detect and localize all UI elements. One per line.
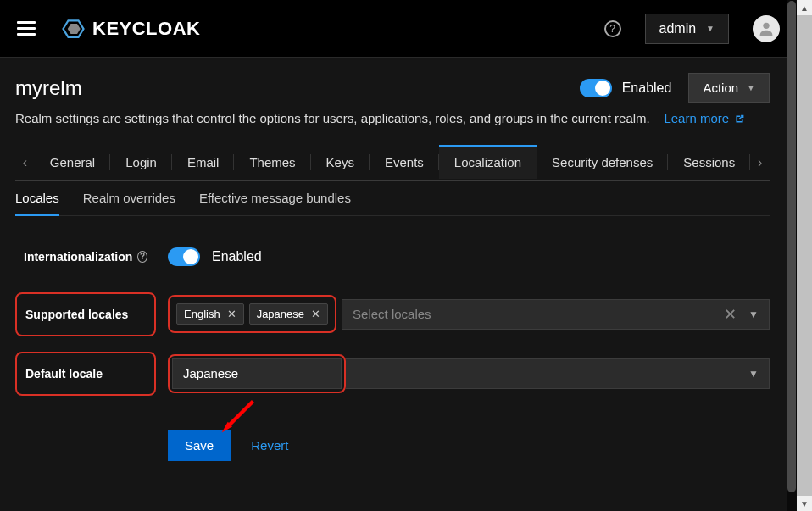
main-tabs: ‹ General Login Email Themes Keys Events… bbox=[15, 146, 770, 181]
locale-chip-japanese: Japanese ✕ bbox=[249, 303, 328, 325]
default-locale-label: Default locale bbox=[15, 352, 156, 396]
avatar[interactable] bbox=[753, 15, 780, 42]
tab-general[interactable]: General bbox=[35, 146, 110, 179]
browser-scrollbar[interactable]: ▲ ▼ bbox=[797, 0, 812, 511]
user-menu-label: admin bbox=[659, 21, 697, 36]
select-placeholder: Select locales bbox=[353, 307, 431, 321]
clear-selection-icon[interactable]: ✕ bbox=[724, 305, 737, 324]
brand-text: KEYCLOAK bbox=[92, 18, 200, 40]
scroll-down-arrow[interactable]: ▼ bbox=[797, 496, 812, 511]
help-icon[interactable]: ? bbox=[137, 251, 147, 263]
hamburger-icon[interactable] bbox=[17, 21, 36, 36]
svg-point-2 bbox=[763, 22, 769, 28]
tab-themes[interactable]: Themes bbox=[234, 146, 310, 179]
caret-down-icon[interactable]: ▼ bbox=[748, 368, 759, 380]
caret-down-icon[interactable]: ▼ bbox=[748, 308, 759, 320]
caret-down-icon: ▼ bbox=[706, 24, 715, 33]
tab-sessions[interactable]: Sessions bbox=[668, 146, 750, 179]
page-title: myrelm bbox=[15, 76, 82, 100]
tabs-scroll-left[interactable]: ‹ bbox=[15, 146, 35, 180]
help-icon[interactable]: ? bbox=[604, 20, 621, 37]
action-dropdown[interactable]: Action ▼ bbox=[688, 73, 770, 103]
default-locale-value: Japanese bbox=[183, 366, 238, 380]
tab-events[interactable]: Events bbox=[370, 146, 439, 179]
save-button[interactable]: Save bbox=[168, 430, 231, 461]
locale-chip-english: English ✕ bbox=[176, 303, 244, 325]
tab-login[interactable]: Login bbox=[110, 146, 172, 179]
inner-scrollbar[interactable] bbox=[787, 0, 797, 511]
caret-down-icon: ▼ bbox=[747, 83, 755, 92]
default-locale-select-extended[interactable]: ▼ bbox=[346, 358, 770, 389]
scrollbar-thumb[interactable] bbox=[787, 1, 796, 492]
tab-keys[interactable]: Keys bbox=[311, 146, 370, 179]
remove-chip-icon[interactable]: ✕ bbox=[311, 308, 320, 320]
subtab-realm-overrides[interactable]: Realm overrides bbox=[83, 181, 175, 215]
supported-locales-row: Supported locales English ✕ Japanese ✕ bbox=[15, 292, 770, 336]
svg-marker-1 bbox=[68, 24, 81, 34]
subtab-locales[interactable]: Locales bbox=[15, 181, 59, 215]
brand-logo: KEYCLOAK bbox=[59, 18, 200, 40]
remove-chip-icon[interactable]: ✕ bbox=[227, 308, 236, 320]
tab-localization[interactable]: Localization bbox=[439, 146, 537, 179]
realm-enabled-label: Enabled bbox=[622, 81, 672, 96]
tabs-scroll-right[interactable]: › bbox=[750, 146, 770, 180]
learn-more-link[interactable]: Learn more bbox=[664, 109, 745, 129]
page-description: Realm settings are settings that control… bbox=[15, 109, 770, 129]
internationalization-label: Internationalization ? bbox=[15, 236, 156, 277]
keycloak-logo-icon bbox=[59, 18, 90, 40]
scrollbar-thumb[interactable] bbox=[797, 15, 812, 496]
revert-button[interactable]: Revert bbox=[251, 438, 288, 453]
external-link-icon bbox=[734, 114, 745, 125]
supported-locales-chips: English ✕ Japanese ✕ bbox=[168, 295, 336, 333]
supported-locales-select[interactable]: Select locales ✕ ▼ bbox=[342, 299, 770, 330]
realm-enabled-toggle[interactable] bbox=[580, 79, 612, 97]
supported-locales-label: Supported locales bbox=[15, 292, 156, 336]
user-menu-dropdown[interactable]: admin ▼ bbox=[645, 14, 729, 44]
internationalization-enabled-text: Enabled bbox=[212, 249, 262, 264]
tab-security-defenses[interactable]: Security defenses bbox=[537, 146, 668, 179]
person-icon bbox=[757, 19, 776, 38]
subtab-effective-bundles[interactable]: Effective message bundles bbox=[199, 181, 351, 215]
internationalization-row: Internationalization ? Enabled bbox=[15, 236, 770, 277]
default-locale-row: Default locale Japanese ▼ bbox=[15, 352, 770, 396]
sub-tabs: Locales Realm overrides Effective messag… bbox=[15, 181, 770, 216]
default-locale-select[interactable]: Japanese bbox=[172, 358, 342, 389]
app-header: KEYCLOAK ? admin ▼ bbox=[0, 0, 797, 58]
internationalization-toggle[interactable] bbox=[168, 247, 200, 266]
tab-email[interactable]: Email bbox=[172, 146, 235, 179]
scroll-up-arrow[interactable]: ▲ bbox=[797, 0, 812, 15]
